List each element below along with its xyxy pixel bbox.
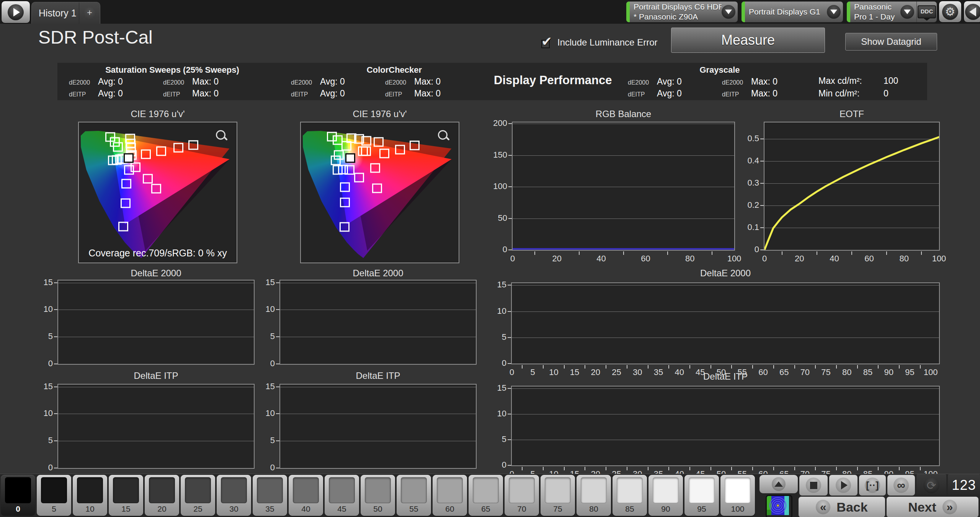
display-subname: Pro 1 - Day xyxy=(854,12,899,22)
play-button[interactable] xyxy=(829,475,858,496)
measure-button[interactable]: Measure xyxy=(671,28,825,53)
collapse-panel-button[interactable] xyxy=(964,1,980,23)
grayscale-patch-button-75[interactable]: 75 xyxy=(541,475,575,516)
patch-swatch xyxy=(41,477,67,503)
cie-target-marker xyxy=(340,197,350,207)
x-axis-tick xyxy=(836,467,837,470)
max-value: Max: 0 xyxy=(192,77,253,87)
grayscale-patch-button-40[interactable]: 40 xyxy=(289,475,323,516)
patch-swatch xyxy=(653,477,679,503)
page-title: SDR Post-Cal xyxy=(38,27,153,48)
patch-label: 30 xyxy=(229,504,238,514)
refresh-button[interactable]: ⟳ xyxy=(916,474,946,496)
metric-label: dEITP xyxy=(159,91,192,98)
x-axis-tick xyxy=(794,365,795,369)
show-datagrid-button[interactable]: Show Datagrid xyxy=(845,33,937,51)
y-gridline xyxy=(58,387,254,387)
cie-target-marker xyxy=(361,136,371,145)
y-axis-tick-label: 10 xyxy=(252,304,275,314)
add-tab-button[interactable]: + xyxy=(79,2,100,24)
grayscale-patch-row: 0510152025303540455055606570758085909510… xyxy=(1,475,755,516)
meter-dropdown[interactable]: Portrait Displays C6 HDR5000 * Panasonic… xyxy=(626,1,738,23)
grayscale-patch-button-85[interactable]: 85 xyxy=(612,475,647,516)
x-axis-tick xyxy=(564,365,565,369)
y-axis-tick xyxy=(760,139,764,139)
history-expand-button[interactable] xyxy=(1,1,30,23)
y-axis-tick-label: 15 xyxy=(30,382,53,391)
patch-swatch xyxy=(365,477,391,503)
ddc-button[interactable]: DDC xyxy=(916,2,937,22)
x-axis-tick xyxy=(627,467,627,470)
grayscale-patch-button-25[interactable]: 25 xyxy=(181,475,215,516)
expand-patterns-button[interactable] xyxy=(760,475,798,493)
pattern-window-thumbnail[interactable] xyxy=(766,495,792,517)
stop-button[interactable] xyxy=(799,475,828,496)
x-axis-tick xyxy=(534,251,535,255)
series-plot xyxy=(764,122,939,250)
grayscale-patch-button-80[interactable]: 80 xyxy=(577,475,611,516)
x-axis-tick xyxy=(710,365,711,369)
grayscale-patch-button-5[interactable]: 5 xyxy=(37,475,71,516)
patch-label: 35 xyxy=(265,504,274,514)
y-axis-tick xyxy=(276,364,279,364)
grayscale-patch-button-45[interactable]: 45 xyxy=(325,475,359,516)
grayscale-patch-button-55[interactable]: 55 xyxy=(397,475,431,516)
y-gridline xyxy=(512,338,939,338)
next-button[interactable]: Next » xyxy=(887,497,978,517)
y-axis-tick-label: 5 xyxy=(483,434,506,444)
y-gridline xyxy=(58,441,254,441)
cie-whitepoint-marker xyxy=(124,153,134,163)
display-dropdown[interactable]: Panasonic Pro 1 - Day DDC xyxy=(846,1,937,23)
continuous-measure-button[interactable]: ∞ xyxy=(887,475,915,496)
grayscale-patch-button-65[interactable]: 65 xyxy=(469,475,503,516)
settings-button[interactable]: ⚙ xyxy=(939,1,962,23)
grayscale-patch-button-95[interactable]: 95 xyxy=(684,475,719,516)
patch-label: 75 xyxy=(553,504,562,514)
grayscale-patch-button-35[interactable]: 35 xyxy=(253,475,287,516)
y-axis-tick-label: 200 xyxy=(484,118,507,128)
grayscale-patch-button-60[interactable]: 60 xyxy=(433,475,467,516)
grayscale-patch-button-100[interactable]: 100 xyxy=(720,475,755,516)
y-axis-tick xyxy=(508,155,512,156)
zoom-magnifier-icon[interactable] xyxy=(215,129,228,142)
meter-dropdown-arrow-icon[interactable] xyxy=(722,5,735,19)
display-dropdown-arrow-icon[interactable] xyxy=(900,5,914,19)
measure-series-button[interactable]: [··] xyxy=(859,475,886,496)
metric-label: dE2000 xyxy=(65,79,98,86)
checkmark-icon: ✔ xyxy=(541,34,552,49)
patch-swatch xyxy=(149,477,175,503)
tab-history-1[interactable]: History 1 + xyxy=(31,2,100,24)
grayscale-patch-button-50[interactable]: 50 xyxy=(361,475,395,516)
include-luminance-checkbox[interactable]: ✔ Include Luminance Error xyxy=(541,37,657,48)
plot-area xyxy=(511,282,940,364)
chevrons-right-icon: » xyxy=(942,500,957,514)
source-dropdown[interactable]: Portrait Displays G1 xyxy=(741,1,843,23)
include-luminance-label: Include Luminance Error xyxy=(557,37,657,48)
grayscale-patch-button-30[interactable]: 30 xyxy=(217,475,251,516)
coverage-readout: Coverage rec.709/sRGB: 0 % xy xyxy=(79,248,237,259)
y-gridline xyxy=(512,312,939,312)
y-axis-tick xyxy=(54,364,57,364)
grayscale-patch-button-70[interactable]: 70 xyxy=(505,475,539,516)
cie-chart-saturation: CIE 1976 u'v' Coverage rec.709/sRGB: 0 %… xyxy=(54,109,245,266)
patch-label: 95 xyxy=(697,504,706,514)
y-axis-tick xyxy=(760,183,764,184)
checkbox-icon[interactable]: ✔ xyxy=(541,37,552,48)
deltae-itp-saturation-chart: DeltaE ITP 051015 xyxy=(31,370,256,470)
back-button[interactable]: « Back xyxy=(799,497,885,517)
cie-target-marker xyxy=(354,173,364,183)
top-bar: History 1 + Portrait Displays C6 HDR5000… xyxy=(0,0,980,24)
grayscale-patch-button-20[interactable]: 20 xyxy=(145,475,179,516)
x-axis-tick xyxy=(920,467,921,470)
x-axis-tick xyxy=(585,365,585,369)
grayscale-patch-button-15[interactable]: 15 xyxy=(109,475,143,516)
rgb-balance-chart: RGB Balance 050100150200020406080100 xyxy=(485,109,738,268)
play-icon xyxy=(841,481,848,489)
grayscale-patch-button-90[interactable]: 90 xyxy=(648,475,683,516)
source-dropdown-arrow-icon[interactable] xyxy=(827,5,841,19)
y-gridline xyxy=(280,414,476,414)
grayscale-patch-button-0[interactable]: 0 xyxy=(1,475,35,516)
meter-name: Portrait Displays C6 HDR5000 xyxy=(634,2,720,12)
grayscale-patch-button-10[interactable]: 10 xyxy=(73,475,107,516)
zoom-magnifier-icon[interactable] xyxy=(437,129,450,142)
